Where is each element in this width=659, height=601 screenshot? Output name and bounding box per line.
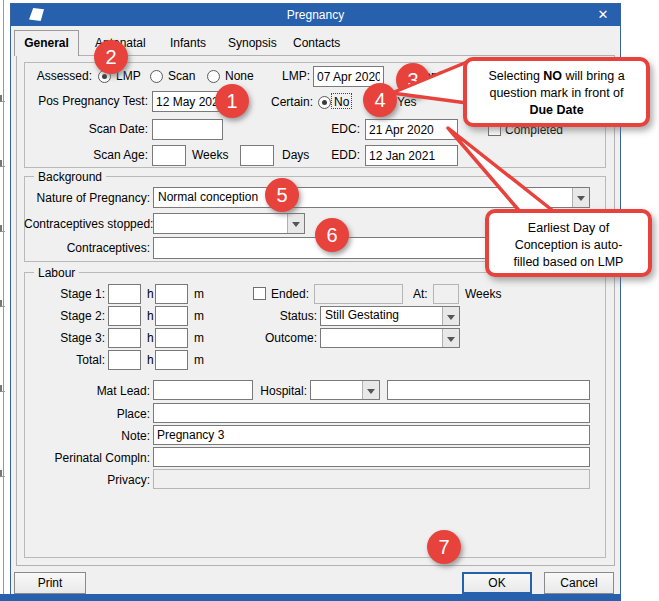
status-label: Status:	[257, 309, 317, 323]
contraceptives-label: Contraceptives:	[24, 241, 150, 255]
callout-edc-line3: filled based on LMP	[489, 254, 648, 271]
note-label: Note:	[24, 429, 150, 443]
chevron-down-icon[interactable]	[442, 329, 459, 347]
m-unit: m	[194, 309, 204, 323]
background-window-sliver	[0, 470, 5, 477]
tab-infants[interactable]: Infants	[170, 36, 206, 50]
chevron-down-icon[interactable]	[287, 214, 304, 233]
certain-label: Certain:	[253, 95, 313, 109]
h-unit: h	[147, 353, 154, 367]
days-unit-label: Days	[282, 148, 309, 162]
stage2-h-field[interactable]	[108, 306, 141, 326]
assessed-none-radio[interactable]	[207, 70, 220, 83]
screenshot-canvas: Pregnancy ✕ General Antenatal Infants Sy…	[0, 0, 659, 601]
contraceptives-stopped-combo[interactable]	[153, 213, 305, 234]
weeks-unit-label: Weeks	[192, 148, 228, 162]
ok-button[interactable]: OK	[462, 572, 532, 594]
hospital-combo[interactable]	[310, 380, 380, 400]
nature-combo[interactable]: Normal conception	[153, 187, 590, 208]
total-label: Total:	[24, 353, 105, 367]
ended-date-field[interactable]	[314, 284, 403, 304]
annotation-circle-1: 1	[215, 84, 249, 118]
annotation-circle-3: 3	[396, 63, 430, 97]
assessed-scan-label: Scan	[168, 69, 195, 83]
h-unit: h	[147, 309, 154, 323]
stage1-h-field[interactable]	[108, 284, 141, 304]
mat-lead-label: Mat Lead:	[24, 384, 150, 398]
assessed-none-label: None	[225, 69, 254, 83]
total-m-field[interactable]	[155, 350, 188, 370]
status-combo[interactable]: Still Gestating	[320, 306, 460, 326]
m-unit: m	[194, 331, 204, 345]
at-label: At:	[413, 287, 428, 301]
callout-certain: Selecting NO will bring a question mark …	[463, 57, 650, 127]
annotation-circle-2: 2	[94, 40, 128, 74]
print-button[interactable]: Print	[14, 572, 86, 594]
weeks-unit-label: Weeks	[465, 287, 501, 301]
assessed-label: Assessed:	[24, 69, 92, 83]
hospital-name-field[interactable]	[387, 380, 590, 400]
stage2-m-field[interactable]	[155, 306, 188, 326]
background-window-sliver	[0, 225, 5, 232]
perinatal-field[interactable]	[153, 447, 590, 467]
background-group-title: Background	[34, 170, 106, 184]
annotation-circle-6: 6	[315, 218, 349, 252]
close-icon[interactable]: ✕	[590, 4, 616, 26]
tab-general[interactable]: General	[14, 30, 79, 56]
stage3-m-field[interactable]	[155, 328, 188, 348]
tab-contacts[interactable]: Contacts	[293, 36, 340, 50]
hospital-label: Hospital:	[257, 384, 307, 398]
chevron-down-icon[interactable]	[362, 381, 379, 399]
ended-label: Ended:	[271, 287, 309, 301]
background-window-bottom-bar	[0, 594, 621, 601]
stage3-h-field[interactable]	[108, 328, 141, 348]
background-window-sliver	[0, 300, 5, 307]
background-window-sliver	[0, 95, 5, 102]
annotation-circle-7: 7	[427, 530, 461, 564]
contraceptives-stopped-label: Contraceptives stopped:	[24, 217, 150, 231]
h-unit: h	[147, 287, 154, 301]
total-h-field[interactable]	[108, 350, 141, 370]
tab-synopsis[interactable]: Synopsis	[228, 36, 277, 50]
cancel-button[interactable]: Cancel	[544, 572, 614, 594]
status-value: Still Gestating	[325, 308, 399, 322]
m-unit: m	[194, 287, 204, 301]
privacy-label: Privacy:	[24, 473, 150, 487]
titlebar[interactable]: Pregnancy ✕	[11, 4, 620, 26]
pos-test-field[interactable]	[152, 91, 223, 112]
background-window-sliver	[0, 385, 5, 392]
h-unit: h	[147, 331, 154, 345]
outcome-label: Outcome:	[252, 331, 317, 345]
privacy-field[interactable]	[153, 469, 590, 489]
callout-edc: Earliest Day of Conception is auto- fill…	[485, 209, 652, 277]
nature-label: Nature of Pregnancy:	[24, 191, 150, 205]
edc-label: EDC:	[320, 122, 360, 136]
callout-certain-line2: question mark in front of	[467, 85, 646, 102]
stage2-label: Stage 2:	[24, 309, 105, 323]
note-field[interactable]	[153, 425, 590, 445]
callout-edc-line1: Earliest Day of	[489, 220, 648, 237]
callout-certain-line3: Due Date	[467, 102, 646, 119]
scan-age-days-field[interactable]	[240, 145, 274, 166]
certain-no-label: No	[334, 95, 349, 109]
scan-age-weeks-field[interactable]	[152, 145, 186, 166]
stage1-label: Stage 1:	[24, 287, 105, 301]
chevron-down-icon[interactable]	[572, 188, 589, 207]
outcome-combo[interactable]	[320, 328, 460, 348]
scan-date-field[interactable]	[152, 119, 223, 140]
at-weeks-field[interactable]	[433, 284, 459, 304]
stage1-m-field[interactable]	[155, 284, 188, 304]
perinatal-label: Perinatal Compln:	[24, 451, 150, 465]
ended-checkbox[interactable]	[253, 287, 266, 300]
edd-field[interactable]	[365, 145, 458, 166]
chevron-down-icon[interactable]	[442, 307, 459, 325]
edc-field[interactable]	[365, 119, 458, 140]
annotation-circle-4: 4	[363, 83, 397, 117]
certain-no-radio[interactable]	[318, 96, 331, 109]
mat-lead-field[interactable]	[153, 380, 253, 400]
nature-value: Normal conception	[158, 190, 258, 204]
pos-test-label: Pos Pregnancy Test:	[24, 94, 148, 108]
assessed-scan-radio[interactable]	[150, 70, 163, 83]
place-field[interactable]	[153, 403, 590, 423]
place-label: Place:	[24, 407, 150, 421]
